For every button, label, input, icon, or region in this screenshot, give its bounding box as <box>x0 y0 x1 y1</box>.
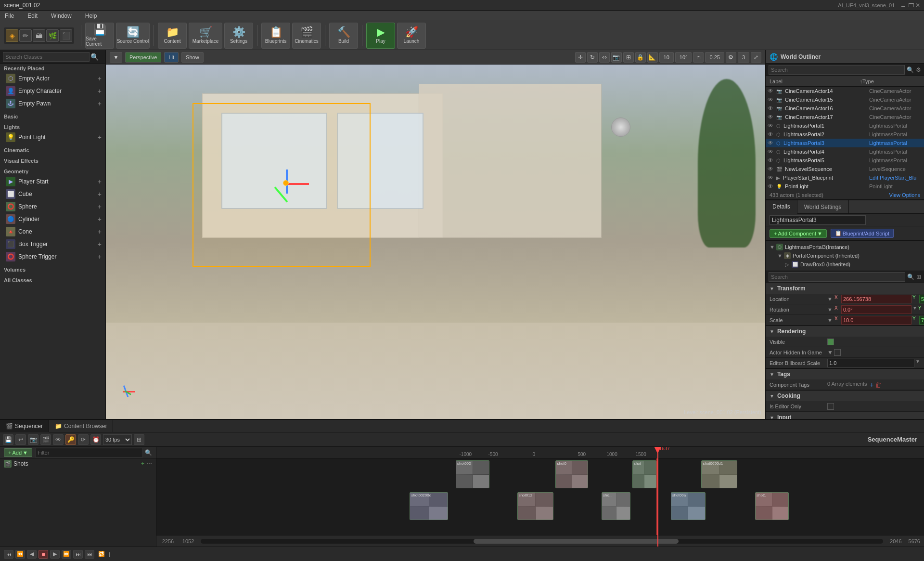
wo-row-lmportal3[interactable]: 👁 ⬡ LightmassPortal3 LightmassPortal <box>766 139 924 147</box>
seq-shots-options-icon[interactable]: ⋯ <box>146 460 152 467</box>
wo-row-newlevelsequence[interactable]: 👁 🎬 NewLevelSequence LevelSequence <box>766 165 924 173</box>
vp-fov-value[interactable]: 0.25 <box>705 52 724 63</box>
clip-shot1[interactable]: shot1 <box>755 492 789 520</box>
seq-nav-prev[interactable]: ◀ <box>27 550 37 559</box>
seq-loop-icon[interactable]: 🔁 <box>98 551 105 557</box>
vp-snap-icon[interactable]: 🔒 <box>635 52 646 63</box>
wo-eye-playerstart[interactable]: 👁 <box>768 174 774 181</box>
seq-clock-button[interactable]: ⏰ <box>90 434 101 445</box>
tab-content-browser[interactable]: 📁 Content Browser <box>49 420 113 432</box>
build-button[interactable]: 🔨 Build <box>329 23 358 49</box>
vp-grid-icon[interactable]: ⊞ <box>623 52 634 63</box>
seq-add-button[interactable]: + Add ▼ <box>4 448 32 457</box>
vp-camera-icon[interactable]: 📷 <box>611 52 622 63</box>
input-header[interactable]: ▼ Input <box>766 412 924 419</box>
visible-checkbox[interactable] <box>827 339 834 345</box>
scale-x-input[interactable] <box>841 316 911 325</box>
comp-row-portal[interactable]: ▼ ◈ PortalComponent (Inherited) <box>770 251 920 260</box>
wo-eye-cinecamera14[interactable]: 👁 <box>768 88 774 94</box>
seq-film-button[interactable]: 🎬 <box>40 434 51 445</box>
seq-nav-next-key[interactable]: ⏭ <box>73 550 83 559</box>
class-item-sphere-trigger[interactable]: ⭕ Sphere Trigger + <box>0 250 105 263</box>
wo-settings-icon[interactable]: ⚙ <box>916 66 921 73</box>
comp-row-instance[interactable]: ▼ ⬡ LightmassPortal3(Instance) <box>770 243 920 251</box>
wo-eye-cinecamera15[interactable]: 👁 <box>768 96 774 103</box>
wo-row-lmportal1[interactable]: 👁 ⬡ LightmassPortal1 LightmassPortal <box>766 121 924 130</box>
marketplace-button[interactable]: 🛒 Marketplace <box>189 23 222 49</box>
class-item-sphere[interactable]: ⭕ Sphere + <box>0 200 105 213</box>
seq-nav-record[interactable]: ⏺ <box>38 550 48 559</box>
modes-icon-paint[interactable]: ✏ <box>19 29 32 42</box>
billboard-scale-input[interactable] <box>827 359 914 367</box>
location-x-input[interactable] <box>841 295 911 303</box>
clip-shot00a[interactable]: shot00a <box>671 492 706 520</box>
clip-sho-short[interactable]: sho... <box>602 492 630 520</box>
vp-resolution-value[interactable]: 10 <box>659 52 674 63</box>
menu-window[interactable]: Window <box>48 12 75 20</box>
class-item-empty-actor[interactable]: ⬡ Empty Actor + <box>0 72 105 85</box>
seq-view-button[interactable]: 👁 <box>53 434 64 445</box>
settings-button[interactable]: ⚙️ Settings <box>224 23 253 49</box>
class-item-empty-character[interactable]: 👤 Empty Character + <box>0 85 105 97</box>
seq-nav-first[interactable]: ⏮ <box>4 550 13 559</box>
class-item-cube[interactable]: ⬜ Cube + <box>0 188 105 200</box>
transform-header[interactable]: ▼ Transform <box>766 283 924 294</box>
wo-row-lmportal2[interactable]: 👁 ⬡ LightmassPortal2 LightmassPortal <box>766 130 924 139</box>
vp-near-clip-value[interactable]: 3 <box>738 52 749 63</box>
seq-extra-options[interactable]: — <box>112 551 117 557</box>
wo-eye-pointlight[interactable]: 👁 <box>768 183 774 190</box>
class-item-box-trigger[interactable]: ⬛ Box Trigger + <box>0 238 105 250</box>
clip-shot0650d1[interactable]: shot0650d1 <box>701 460 737 488</box>
vp-mode-dropdown-icon[interactable]: ▼ <box>110 52 122 63</box>
seq-cam-button[interactable]: 📷 <box>28 434 38 445</box>
rendering-header[interactable]: ▼ Rendering <box>766 326 924 337</box>
seq-snap-button[interactable]: ⊞ <box>134 434 144 445</box>
class-item-cone[interactable]: 🔺 Cone + <box>0 225 105 238</box>
wo-eye-cinecamera17[interactable]: 👁 <box>768 114 774 120</box>
search-classes-input[interactable] <box>3 52 90 62</box>
source-control-button[interactable]: 🔄 Source Control <box>116 23 150 49</box>
seq-fps-selector[interactable]: 30 fps 24 fps 60 fps <box>103 434 132 445</box>
seq-nav-play[interactable]: ▶ <box>50 550 60 559</box>
clip-shot00200d[interactable]: shot00200d <box>410 492 448 520</box>
save-current-button[interactable]: 💾 Save Current <box>85 23 114 49</box>
vp-surface-snap-icon[interactable]: ⏍ <box>693 52 704 63</box>
menu-edit[interactable]: Edit <box>25 12 40 20</box>
actor-hidden-dropdown[interactable]: ▼ <box>827 349 833 356</box>
menu-file[interactable]: File <box>2 12 17 20</box>
seq-nav-next[interactable]: ⏩ <box>62 550 71 559</box>
actor-hidden-checkbox[interactable] <box>834 349 841 356</box>
wo-eye-lmportal3[interactable]: 👁 <box>768 140 774 146</box>
clip-shot002[interactable]: shot002 <box>456 460 489 488</box>
lit-mode-button[interactable]: Lit <box>164 52 179 63</box>
tab-details[interactable]: Details <box>766 200 797 214</box>
seq-filter-input[interactable] <box>35 448 143 457</box>
cooking-header[interactable]: ▼ Cooking <box>766 391 924 401</box>
seq-transform-button[interactable]: ⟳ <box>78 434 89 445</box>
location-y-input[interactable] <box>919 295 924 303</box>
wo-row-lmportal5[interactable]: 👁 ⬡ LightmassPortal5 LightmassPortal <box>766 156 924 165</box>
wo-eye-newlevelsequence[interactable]: 👁 <box>768 166 774 172</box>
class-item-player-start[interactable]: ▶ Player Start + <box>0 175 105 188</box>
wo-row-cinecamera15[interactable]: 👁 📷 CineCameraActor15 CineCameraActor <box>766 95 924 104</box>
content-button[interactable]: 📁 Content <box>158 23 187 49</box>
seq-shots-add-icon[interactable]: + <box>141 460 144 467</box>
class-item-cylinder[interactable]: 🔵 Cylinder + <box>0 213 105 225</box>
seq-key-button[interactable]: 🔑 <box>65 434 76 445</box>
seq-track-shots[interactable]: 🎬 Shots + ⋯ <box>0 458 156 469</box>
wo-eye-lmportal4[interactable]: 👁 <box>768 148 774 155</box>
tab-world-settings[interactable]: World Settings <box>797 200 849 214</box>
location-dropdown[interactable]: ▼ <box>827 296 833 302</box>
tab-sequencer[interactable]: 🎬 Sequencer <box>0 420 49 432</box>
clip-shot-short[interactable]: shot <box>632 460 656 488</box>
class-item-empty-pawn[interactable]: 🕹 Empty Pawn + <box>0 97 105 110</box>
wo-row-playerstart[interactable]: 👁 ▶ PlayerStart_Blueprint Edit PlayerSta… <box>766 173 924 182</box>
seq-save-button[interactable]: 💾 <box>3 434 13 445</box>
wo-row-cinecamera14[interactable]: 👁 📷 CineCameraActor14 CineCameraActor <box>766 87 924 95</box>
wo-row-lmportal4[interactable]: 👁 ⬡ LightmassPortal4 LightmassPortal <box>766 147 924 156</box>
clip-shot012[interactable]: shot012 <box>517 492 553 520</box>
vp-scale-icon[interactable]: ⇔ <box>599 52 610 63</box>
details-entity-name-input[interactable] <box>770 215 866 225</box>
sequencer-timeline[interactable]: -1000 -500 0 500 1000 1500 1637 <box>156 447 924 547</box>
vp-angle-value[interactable]: 10° <box>675 52 692 63</box>
